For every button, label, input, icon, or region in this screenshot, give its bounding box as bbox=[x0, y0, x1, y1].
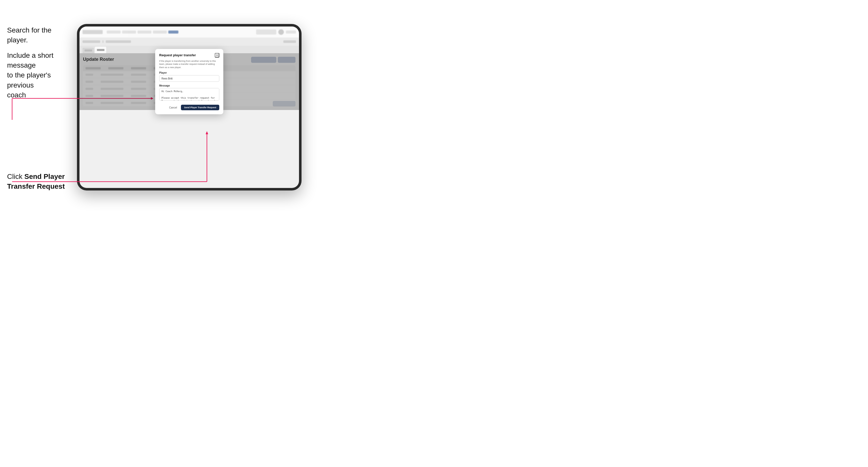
tablet-screen: Update Roster bbox=[80, 27, 299, 188]
sub-header bbox=[80, 38, 299, 46]
message-label: Message bbox=[159, 84, 219, 87]
annotation-area: Search for the player. Include a short m… bbox=[0, 0, 73, 467]
tab-1 bbox=[83, 48, 94, 53]
cancel-button[interactable]: Cancel bbox=[167, 105, 179, 110]
nav-item-2 bbox=[122, 31, 136, 34]
modal-footer: Cancel Send Player Transfer Request bbox=[159, 105, 219, 110]
modal-dialog: Request player transfer × If the player … bbox=[155, 49, 223, 115]
annotation-message-text: Include a short messageto the player's p… bbox=[7, 51, 73, 100]
modal-overlay: Request player transfer × If the player … bbox=[80, 53, 299, 110]
modal-description: If the player is transferring from anoth… bbox=[159, 60, 219, 69]
annotation-search-text: Search for the player. bbox=[7, 25, 73, 45]
main-content: Update Roster bbox=[80, 53, 299, 110]
nav-item-1 bbox=[107, 31, 121, 34]
breadcrumb-1 bbox=[83, 40, 100, 43]
breadcrumb-right bbox=[283, 40, 296, 43]
nav-item-3 bbox=[137, 31, 151, 34]
send-transfer-button[interactable]: Send Player Transfer Request bbox=[181, 105, 219, 110]
nav-item-4 bbox=[153, 31, 167, 34]
nav-item-active bbox=[168, 31, 178, 34]
header-btn-1 bbox=[256, 30, 276, 35]
breadcrumb-sep bbox=[102, 40, 104, 43]
tablet-device: Update Roster bbox=[77, 24, 302, 190]
modal-title: Request player transfer bbox=[159, 53, 196, 57]
message-textarea[interactable]: Hi Coach McHarg, Please accept this tran… bbox=[159, 88, 219, 101]
modal-header: Request player transfer × bbox=[159, 53, 219, 58]
logo bbox=[83, 30, 103, 34]
header-right bbox=[256, 29, 296, 35]
app-header bbox=[80, 27, 299, 38]
annotation-click-text: Click Send Player Transfer Request bbox=[7, 172, 73, 191]
nav-items bbox=[107, 31, 178, 34]
breadcrumb-2 bbox=[106, 40, 131, 43]
header-avatar bbox=[278, 29, 284, 35]
tab-2-active bbox=[95, 47, 106, 53]
player-input[interactable] bbox=[159, 75, 219, 82]
player-label: Player bbox=[159, 71, 219, 74]
header-extra bbox=[286, 31, 296, 34]
modal-close-button[interactable]: × bbox=[215, 53, 219, 58]
